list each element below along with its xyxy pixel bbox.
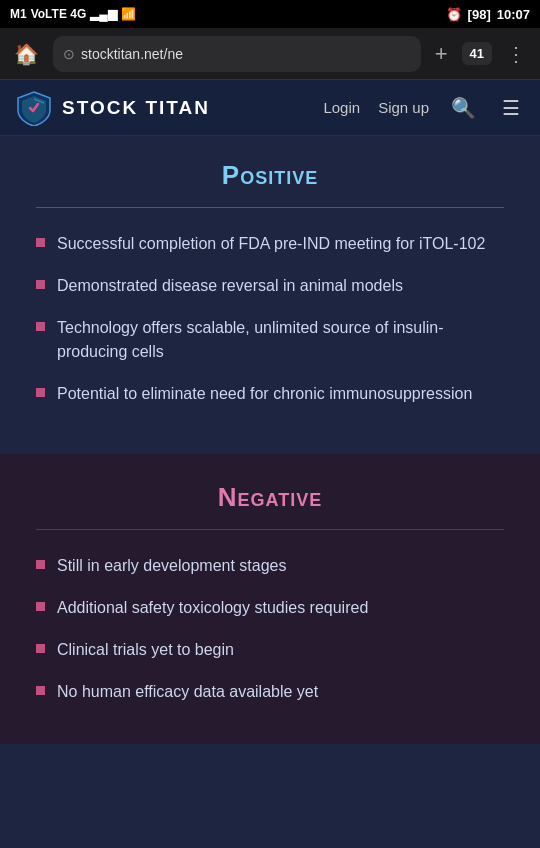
nav-logo: STOCK TITAN [16, 90, 323, 126]
positive-bullet-3: Technology offers scalable, unlimited so… [57, 316, 504, 364]
list-item: Clinical trials yet to begin [36, 638, 504, 662]
positive-bullet-4: Potential to eliminate need for chronic … [57, 382, 472, 406]
search-icon[interactable]: 🔍 [447, 92, 480, 124]
positive-bullet-2: Demonstrated disease reversal in animal … [57, 274, 403, 298]
alarm-icon: ⏰ [446, 7, 462, 22]
status-left: M1 VoLTE 4G ▂▄▆ 📶 [10, 7, 136, 21]
wifi-icon: 📶 [121, 7, 136, 21]
positive-title: Positive [36, 160, 504, 191]
negative-section: Negative Still in early development stag… [0, 454, 540, 744]
menu-icon[interactable]: ☰ [498, 92, 524, 124]
url-bar[interactable]: ⊙ stocktitan.net/ne [53, 36, 421, 72]
negative-bullet-1: Still in early development stages [57, 554, 286, 578]
list-item: Still in early development stages [36, 554, 504, 578]
positive-bullet-list: Successful completion of FDA pre-IND mee… [36, 232, 504, 406]
bullet-icon [36, 388, 45, 397]
negative-bullet-list: Still in early development stages Additi… [36, 554, 504, 704]
browser-bar: 🏠 ⊙ stocktitan.net/ne + 41 ⋮ [0, 28, 540, 80]
logo-shield-icon [16, 90, 52, 126]
new-tab-button[interactable]: + [429, 37, 454, 71]
positive-bullet-1: Successful completion of FDA pre-IND mee… [57, 232, 485, 256]
nav-bar: STOCK TITAN Login Sign up 🔍 ☰ [0, 80, 540, 136]
main-content: Positive Successful completion of FDA pr… [0, 136, 540, 848]
positive-section: Positive Successful completion of FDA pr… [0, 136, 540, 446]
bullet-icon [36, 644, 45, 653]
status-bar: M1 VoLTE 4G ▂▄▆ 📶 ⏰ [98] 10:07 [0, 0, 540, 28]
list-item: Technology offers scalable, unlimited so… [36, 316, 504, 364]
status-right: ⏰ [98] 10:07 [446, 7, 530, 22]
url-security-icon: ⊙ [63, 46, 75, 62]
url-text: stocktitan.net/ne [81, 46, 183, 62]
list-item: Successful completion of FDA pre-IND mee… [36, 232, 504, 256]
bullet-icon [36, 686, 45, 695]
list-item: Potential to eliminate need for chronic … [36, 382, 504, 406]
positive-divider [36, 207, 504, 208]
negative-bullet-2: Additional safety toxicology studies req… [57, 596, 368, 620]
bullet-icon [36, 238, 45, 247]
signup-link[interactable]: Sign up [378, 99, 429, 116]
browser-menu-button[interactable]: ⋮ [500, 38, 532, 70]
bullet-icon [36, 602, 45, 611]
tabs-button[interactable]: 41 [462, 42, 492, 65]
negative-bullet-3: Clinical trials yet to begin [57, 638, 234, 662]
list-item: Demonstrated disease reversal in animal … [36, 274, 504, 298]
list-item: Additional safety toxicology studies req… [36, 596, 504, 620]
battery-pct: 98 [472, 7, 486, 22]
negative-bullet-4: No human efficacy data available yet [57, 680, 318, 704]
bullet-icon [36, 560, 45, 569]
carrier-label: M1 [10, 7, 27, 21]
browser-home-button[interactable]: 🏠 [8, 38, 45, 70]
nav-title: STOCK TITAN [62, 97, 210, 119]
negative-divider [36, 529, 504, 530]
negative-title: Negative [36, 482, 504, 513]
battery-indicator: [98] [468, 7, 491, 22]
bullet-icon [36, 322, 45, 331]
volte-label: VoLTE 4G [31, 7, 87, 21]
time-display: 10:07 [497, 7, 530, 22]
signal-icon: ▂▄▆ [90, 7, 117, 21]
bullet-icon [36, 280, 45, 289]
nav-links: Login Sign up 🔍 ☰ [323, 92, 524, 124]
login-link[interactable]: Login [323, 99, 360, 116]
list-item: No human efficacy data available yet [36, 680, 504, 704]
